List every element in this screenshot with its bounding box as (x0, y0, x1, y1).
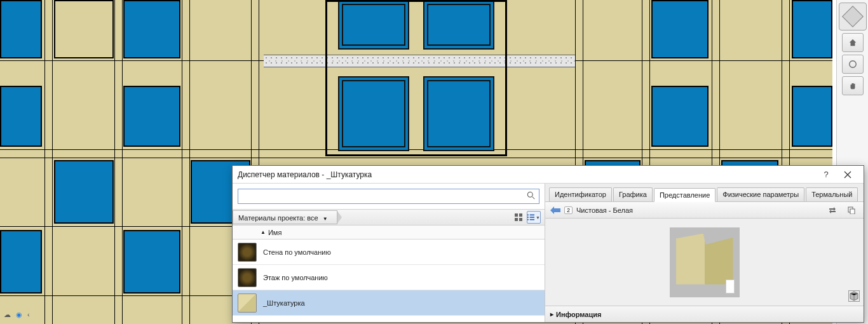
grid-icon (515, 213, 522, 221)
asset-icon (550, 206, 560, 215)
svg-rect-7 (530, 214, 534, 215)
expander-label: Информация (556, 311, 601, 318)
bulb-icon[interactable]: ◉ (16, 311, 22, 319)
steering-wheel-button[interactable] (842, 55, 864, 74)
help-button[interactable]: ? (815, 168, 837, 181)
search-input[interactable] (238, 189, 539, 204)
sort-asc-icon: ▲ (261, 229, 266, 235)
chevron-down-icon: ▼ (323, 216, 328, 222)
svg-rect-11 (530, 219, 534, 220)
status-bar: ☁ ◉ ‹ (4, 309, 30, 320)
material-name: Стена по умолчанию (263, 248, 331, 256)
grid-view-button[interactable] (512, 211, 526, 224)
dialog-title: Диспетчер материалов - _Штукатурка (238, 170, 372, 179)
material-row[interactable]: Этаж по умолчанию (233, 265, 545, 290)
swap-icon (829, 206, 836, 214)
tab-identity[interactable]: Идентификатор (549, 187, 612, 201)
viewcube[interactable] (839, 3, 867, 30)
asset-count-badge: 2 (564, 206, 573, 214)
svg-rect-9 (530, 217, 534, 218)
svg-rect-13 (850, 209, 855, 214)
svg-rect-3 (519, 213, 522, 217)
materials-list: Стена по умолчанию Этаж по умолчанию _Шт… (233, 240, 545, 322)
material-name: Этаж по умолчанию (263, 274, 328, 281)
chevron-left-icon[interactable]: ‹ (27, 311, 30, 318)
svg-rect-8 (527, 217, 529, 218)
tab-appearance[interactable]: Представление (654, 188, 715, 202)
column-header-name: Имя (268, 229, 281, 236)
list-header[interactable]: ▲ Имя (233, 226, 545, 240)
material-thumb-icon (238, 243, 257, 262)
asset-name: Чистовая - Белая (576, 206, 633, 214)
properties-panel: Идентификатор Графика Представление Физи… (545, 184, 864, 322)
cube-icon (849, 291, 859, 301)
svg-rect-2 (515, 213, 518, 217)
filter-label: Материалы проекта: все (238, 214, 318, 222)
tab-physical[interactable]: Физические параметры (717, 187, 804, 201)
svg-point-1 (527, 192, 532, 197)
materials-panel: Материалы проекта: все ▼ ▼ ▲ Имя (233, 184, 545, 322)
material-row[interactable]: Стена по умолчанию (233, 240, 545, 265)
material-thumb-icon (238, 294, 257, 313)
wheel-icon (848, 60, 857, 69)
asset-header: 2 Чистовая - Белая (545, 202, 864, 219)
close-icon (844, 171, 851, 179)
filter-bar: Материалы проекта: все ▼ ▼ (233, 209, 545, 226)
chevron-down-icon: ▼ (536, 215, 540, 220)
cloud-icon[interactable]: ☁ (4, 311, 11, 319)
home-icon (848, 38, 857, 47)
information-expander[interactable]: ▸ Информация (545, 306, 864, 322)
crumb-arrow-icon (337, 210, 342, 224)
material-row[interactable]: _Штукатурка (233, 290, 545, 316)
chevron-right-icon: ▸ (550, 311, 553, 318)
home-view-button[interactable] (842, 33, 864, 52)
filter-crumb[interactable]: Материалы проекта: все ▼ (233, 210, 337, 224)
preview-thumbnail (670, 227, 740, 297)
svg-point-0 (849, 61, 856, 68)
close-button[interactable] (837, 168, 858, 181)
property-tabs: Идентификатор Графика Представление Физи… (545, 184, 864, 202)
pan-button[interactable] (842, 76, 864, 95)
replace-asset-button[interactable] (825, 204, 839, 217)
svg-rect-4 (515, 218, 518, 221)
appearance-preview (545, 219, 864, 306)
tab-graphics[interactable]: Графика (613, 187, 653, 201)
hand-icon (848, 81, 857, 90)
list-icon (527, 213, 534, 221)
dialog-titlebar[interactable]: Диспетчер материалов - _Штукатурка ? (233, 166, 864, 184)
list-view-button[interactable]: ▼ (527, 211, 541, 224)
svg-rect-5 (519, 218, 522, 221)
material-thumb-icon (238, 268, 257, 287)
material-name: _Штукатурка (263, 299, 305, 307)
tab-thermal[interactable]: Термальный (806, 187, 858, 201)
material-browser-dialog: Диспетчер материалов - _Штукатурка ? Мат… (232, 165, 864, 323)
svg-rect-10 (527, 219, 529, 220)
search-icon (527, 191, 536, 200)
svg-rect-6 (527, 214, 529, 215)
copy-asset-button[interactable] (844, 204, 858, 217)
copy-icon (848, 206, 855, 214)
preview-scene-menu[interactable] (848, 290, 860, 302)
